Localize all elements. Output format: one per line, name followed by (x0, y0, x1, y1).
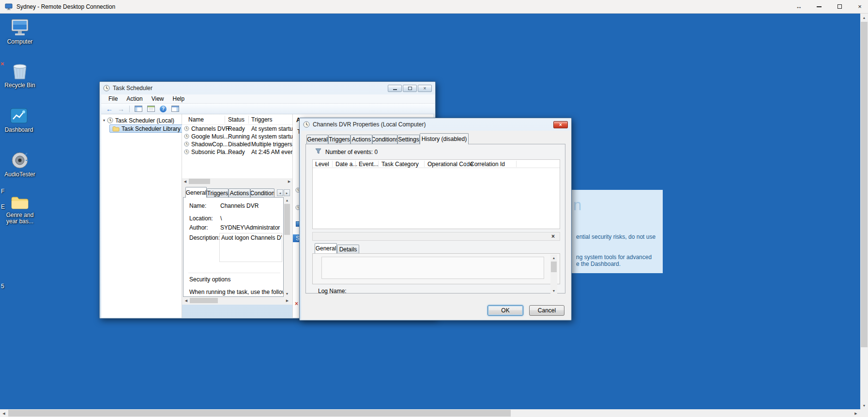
detail-tab-general[interactable]: General (185, 187, 207, 198)
task-scheduler-titlebar[interactable]: Task Scheduler × (100, 82, 435, 94)
column-header-operational-code[interactable]: Operational Code (427, 161, 473, 168)
event-description-box[interactable] (321, 257, 544, 279)
scroll-right-button[interactable]: ▶ (852, 409, 860, 417)
scrollbar-thumb[interactable] (8, 410, 511, 417)
task-row[interactable]: Subsonic Pla... Ready At 2:45 AM every (182, 148, 292, 156)
detail-tab-conditions[interactable]: Condition (250, 188, 274, 197)
scroll-up-button[interactable]: ▲ (860, 14, 868, 21)
cancel-button[interactable]: Cancel (529, 305, 564, 316)
detail-vscrollbar[interactable]: ▲ ▼ (284, 197, 290, 297)
column-header-name[interactable]: Name (188, 116, 204, 123)
preview-vscrollbar[interactable]: ▲ ▼ (550, 255, 557, 294)
broken-shortcut-icon: × (0, 60, 4, 67)
back-button[interactable]: ← (106, 105, 113, 113)
rdp-vertical-scrollbar[interactable]: ▲ ▼ (860, 14, 868, 409)
description-box[interactable]: Auot logon Channels DVR (219, 233, 282, 262)
detail-tab-actions[interactable]: Actions (228, 188, 250, 197)
task-row[interactable]: ShadowCop... Disabled Multiple triggers (182, 140, 292, 148)
task-icon (184, 134, 189, 140)
scrollbar-thumb[interactable] (284, 204, 290, 235)
preview-close-icon[interactable]: × (551, 233, 555, 240)
scroll-right-button[interactable]: ▶ (284, 297, 290, 304)
expand-icon[interactable]: ▾ (103, 118, 105, 123)
task-triggers: At 2:45 AM every (251, 149, 292, 155)
task-row[interactable]: Channels DVR Ready At system startup (182, 125, 292, 133)
scroll-up-button[interactable]: ▲ (284, 197, 290, 203)
detail-hscrollbar[interactable]: ◀ ▶ (183, 297, 290, 304)
desktop-icon-audiotester[interactable]: AudioTester (4, 151, 36, 178)
dialog-tab-history[interactable]: History (disabled) (420, 133, 469, 144)
dialog-titlebar[interactable]: Channels DVR Properties (Local Computer)… (300, 118, 571, 131)
preview-tab-details[interactable]: Details (337, 245, 359, 253)
scroll-left-button[interactable]: ◀ (183, 297, 189, 304)
column-header-event[interactable]: Event... (359, 161, 379, 168)
minimize-button[interactable] (388, 85, 402, 92)
menu-file[interactable]: File (104, 95, 122, 102)
desktop-icon-genre-folder[interactable]: Genre and year bas... (4, 195, 36, 225)
help-icon[interactable]: ? (160, 106, 167, 112)
dialog-tab-conditions[interactable]: Conditions (372, 135, 397, 144)
menu-action[interactable]: Action (122, 95, 147, 102)
column-header-triggers[interactable]: Triggers (251, 116, 273, 123)
dialog-tab-triggers[interactable]: Triggers (328, 135, 350, 144)
scrollbar-thumb[interactable] (190, 298, 218, 303)
dialog-close-button[interactable]: × (553, 121, 568, 128)
menu-bar: File Action View Help (101, 94, 435, 104)
tab-scroll-left-button[interactable]: ◂ (277, 189, 283, 196)
desktop-icon-recycle-bin[interactable]: Recycle Bin (4, 62, 36, 89)
forward-button[interactable]: → (118, 105, 124, 113)
show-console-tree-button[interactable] (135, 106, 142, 112)
column-header-level[interactable]: Level (315, 161, 329, 168)
author-value: SYDNEY\Administrator (220, 224, 280, 231)
column-header-status[interactable]: Status (228, 116, 244, 123)
filter-icon[interactable] (315, 148, 321, 155)
column-header-task-category[interactable]: Task Category (381, 161, 419, 168)
column-header-correlation-id[interactable]: Correlation Id (470, 161, 505, 168)
ok-button[interactable]: OK (487, 305, 523, 316)
scrollbar-thumb[interactable] (551, 262, 557, 272)
rdp-maximize-button[interactable] (836, 4, 843, 9)
dialog-tab-actions[interactable]: Actions (350, 135, 372, 144)
scrollbar-thumb[interactable] (861, 22, 868, 347)
scroll-down-button[interactable]: ▼ (860, 402, 868, 409)
rdp-resize-icon[interactable]: ↔ (795, 3, 802, 10)
library-folder-icon (112, 126, 120, 132)
task-scheduler-title: Task Scheduler (113, 85, 152, 92)
rdp-close-button[interactable]: × (856, 3, 863, 10)
column-header-date[interactable]: Date a... (335, 161, 357, 168)
desktop-icon-dashboard[interactable]: Dashboard (3, 107, 35, 133)
task-list-header: Name Status Triggers (182, 114, 292, 125)
task-list-hscrollbar[interactable]: ◀ ▶ (182, 178, 292, 185)
dialog-tab-settings[interactable]: Settings (397, 135, 420, 144)
rdp-app-icon (5, 3, 13, 10)
maximize-button[interactable] (403, 85, 417, 92)
close-button[interactable]: × (418, 85, 432, 92)
export-list-button[interactable] (147, 106, 155, 112)
desktop-icon-computer[interactable]: Computer (4, 18, 36, 45)
rdp-titlebar[interactable]: Sydney - Remote Desktop Connection ↔ × (0, 0, 868, 14)
preview-tab-general[interactable]: General (315, 243, 337, 253)
scroll-down-button[interactable]: ▼ (284, 291, 290, 297)
detail-tab-triggers[interactable]: Triggers (207, 188, 228, 197)
tree-library-label: Task Scheduler Library (122, 125, 181, 132)
tree-item-library[interactable]: Task Scheduler Library (109, 124, 183, 133)
task-row[interactable]: Google Musi... Running At system startup (182, 133, 292, 140)
menu-view[interactable]: View (147, 95, 168, 102)
rdp-horizontal-scrollbar[interactable]: ◀ ▶ (0, 409, 868, 417)
dialog-tab-general[interactable]: General (306, 135, 328, 144)
delete-action-icon[interactable]: × (295, 300, 298, 307)
scroll-left-button[interactable]: ◀ (0, 409, 8, 417)
task-name: Subsonic Pla... (191, 149, 230, 155)
tab-scroll-right-button[interactable]: ▸ (284, 189, 290, 196)
tree-item-root[interactable]: ▾ Task Scheduler (Local) (103, 116, 174, 124)
scroll-up-button[interactable]: ▲ (550, 255, 557, 261)
events-table[interactable]: Level Date a... Event... Task Category O… (312, 159, 560, 229)
scroll-right-button[interactable]: ▶ (286, 178, 292, 185)
menu-help[interactable]: Help (168, 95, 189, 102)
window-controls: × (388, 85, 432, 92)
scroll-down-button[interactable]: ▼ (550, 288, 557, 294)
scrollbar-thumb[interactable] (189, 179, 210, 184)
show-action-pane-button[interactable] (171, 106, 179, 112)
rdp-minimize-button[interactable] (816, 6, 822, 7)
scroll-left-button[interactable]: ◀ (182, 178, 188, 185)
